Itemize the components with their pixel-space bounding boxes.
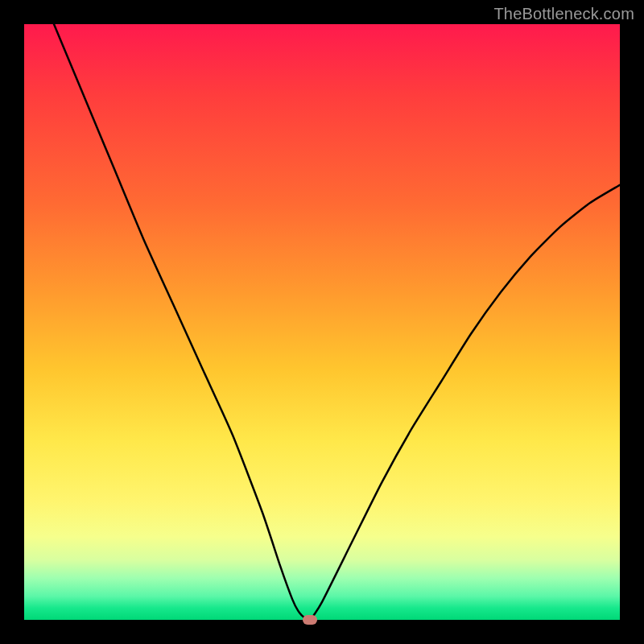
chart-frame: TheBottleneck.com [0,0,644,644]
watermark-text: TheBottleneck.com [493,5,634,23]
optimal-point-marker [303,615,317,625]
plot-area [24,24,620,620]
bottleneck-curve [24,24,620,620]
